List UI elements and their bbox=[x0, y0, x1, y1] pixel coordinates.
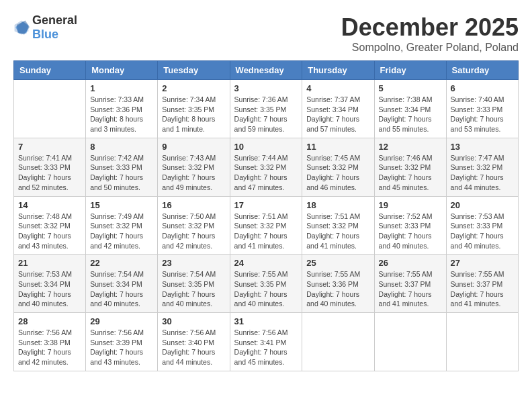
cell-info: Sunrise: 7:46 AMSunset: 3:32 PMDaylight:… bbox=[379, 153, 442, 193]
calendar-subtitle: Sompolno, Greater Poland, Poland bbox=[341, 42, 519, 54]
cell-date-number: 13 bbox=[451, 142, 514, 152]
calendar-cell bbox=[374, 313, 446, 371]
logo-icon bbox=[13, 19, 30, 36]
cell-info: Sunrise: 7:49 AMSunset: 3:32 PMDaylight:… bbox=[90, 212, 153, 251]
cell-info: Sunrise: 7:56 AMSunset: 3:38 PMDaylight:… bbox=[18, 328, 81, 367]
cell-info: Sunrise: 7:42 AMSunset: 3:33 PMDaylight:… bbox=[90, 153, 153, 193]
header-day: Thursday bbox=[302, 61, 374, 80]
cell-info: Sunrise: 7:40 AMSunset: 3:33 PMDaylight:… bbox=[451, 95, 514, 134]
header-day: Tuesday bbox=[158, 61, 230, 80]
calendar-cell: 22Sunrise: 7:54 AMSunset: 3:34 PMDayligh… bbox=[86, 255, 158, 313]
cell-date-number: 19 bbox=[379, 200, 442, 210]
cell-date-number: 10 bbox=[234, 142, 298, 152]
calendar-cell bbox=[302, 313, 374, 371]
calendar-cell: 28Sunrise: 7:56 AMSunset: 3:38 PMDayligh… bbox=[14, 313, 86, 371]
calendar-cell: 25Sunrise: 7:55 AMSunset: 3:36 PMDayligh… bbox=[302, 255, 374, 313]
cell-info: Sunrise: 7:50 AMSunset: 3:32 PMDaylight:… bbox=[162, 212, 225, 251]
header-day: Sunday bbox=[14, 61, 86, 80]
week-row: 14Sunrise: 7:48 AMSunset: 3:32 PMDayligh… bbox=[14, 196, 519, 255]
cell-date-number: 11 bbox=[306, 142, 369, 152]
logo-blue: Blue bbox=[32, 28, 58, 41]
cell-date-number: 4 bbox=[306, 83, 369, 93]
calendar-cell: 1Sunrise: 7:33 AMSunset: 3:36 PMDaylight… bbox=[86, 80, 158, 138]
header-day: Friday bbox=[374, 61, 446, 80]
cell-info: Sunrise: 7:37 AMSunset: 3:34 PMDaylight:… bbox=[306, 95, 369, 134]
cell-date-number: 2 bbox=[162, 83, 225, 93]
cell-date-number: 21 bbox=[18, 258, 81, 268]
calendar-cell: 23Sunrise: 7:54 AMSunset: 3:35 PMDayligh… bbox=[158, 255, 230, 313]
cell-date-number: 5 bbox=[379, 83, 442, 93]
cell-date-number: 20 bbox=[451, 200, 514, 210]
cell-date-number: 26 bbox=[379, 258, 442, 268]
calendar-cell: 10Sunrise: 7:44 AMSunset: 3:32 PMDayligh… bbox=[230, 138, 302, 196]
cell-info: Sunrise: 7:55 AMSunset: 3:37 PMDaylight:… bbox=[451, 269, 514, 309]
cell-info: Sunrise: 7:54 AMSunset: 3:35 PMDaylight:… bbox=[162, 269, 225, 309]
calendar-cell: 3Sunrise: 7:36 AMSunset: 3:35 PMDaylight… bbox=[230, 80, 302, 138]
header: General Blue December 2025 Sompolno, Gre… bbox=[13, 13, 519, 54]
cell-date-number: 24 bbox=[234, 258, 298, 268]
cell-info: Sunrise: 7:52 AMSunset: 3:33 PMDaylight:… bbox=[379, 212, 442, 251]
calendar-cell: 19Sunrise: 7:52 AMSunset: 3:33 PMDayligh… bbox=[374, 196, 446, 255]
cell-info: Sunrise: 7:51 AMSunset: 3:32 PMDaylight:… bbox=[234, 212, 298, 251]
cell-date-number: 29 bbox=[90, 316, 153, 326]
calendar-cell: 27Sunrise: 7:55 AMSunset: 3:37 PMDayligh… bbox=[446, 255, 518, 313]
calendar-cell bbox=[14, 80, 86, 138]
calendar-cell: 31Sunrise: 7:56 AMSunset: 3:41 PMDayligh… bbox=[230, 313, 302, 371]
calendar-cell: 29Sunrise: 7:56 AMSunset: 3:39 PMDayligh… bbox=[86, 313, 158, 371]
cell-info: Sunrise: 7:47 AMSunset: 3:32 PMDaylight:… bbox=[451, 153, 514, 193]
cell-date-number: 9 bbox=[162, 142, 225, 152]
cell-info: Sunrise: 7:45 AMSunset: 3:32 PMDaylight:… bbox=[306, 153, 369, 193]
cell-date-number: 23 bbox=[162, 258, 225, 268]
calendar-cell: 4Sunrise: 7:37 AMSunset: 3:34 PMDaylight… bbox=[302, 80, 374, 138]
calendar-cell: 20Sunrise: 7:53 AMSunset: 3:33 PMDayligh… bbox=[446, 196, 518, 255]
calendar-cell: 17Sunrise: 7:51 AMSunset: 3:32 PMDayligh… bbox=[230, 196, 302, 255]
calendar-cell: 21Sunrise: 7:53 AMSunset: 3:34 PMDayligh… bbox=[14, 255, 86, 313]
cell-date-number: 3 bbox=[234, 83, 298, 93]
header-day: Saturday bbox=[446, 61, 518, 80]
week-row: 21Sunrise: 7:53 AMSunset: 3:34 PMDayligh… bbox=[14, 255, 519, 313]
calendar-cell: 9Sunrise: 7:43 AMSunset: 3:32 PMDaylight… bbox=[158, 138, 230, 196]
week-row: 28Sunrise: 7:56 AMSunset: 3:38 PMDayligh… bbox=[14, 313, 519, 371]
header-row: SundayMondayTuesdayWednesdayThursdayFrid… bbox=[14, 61, 519, 80]
cell-info: Sunrise: 7:43 AMSunset: 3:32 PMDaylight:… bbox=[162, 153, 225, 193]
cell-info: Sunrise: 7:55 AMSunset: 3:36 PMDaylight:… bbox=[306, 269, 369, 309]
calendar-cell: 26Sunrise: 7:55 AMSunset: 3:37 PMDayligh… bbox=[374, 255, 446, 313]
cell-info: Sunrise: 7:48 AMSunset: 3:32 PMDaylight:… bbox=[18, 212, 81, 251]
cell-info: Sunrise: 7:51 AMSunset: 3:32 PMDaylight:… bbox=[306, 212, 369, 251]
cell-date-number: 16 bbox=[162, 200, 225, 210]
cell-info: Sunrise: 7:53 AMSunset: 3:34 PMDaylight:… bbox=[18, 269, 81, 309]
cell-info: Sunrise: 7:34 AMSunset: 3:35 PMDaylight:… bbox=[162, 95, 225, 134]
cell-date-number: 12 bbox=[379, 142, 442, 152]
week-row: 1Sunrise: 7:33 AMSunset: 3:36 PMDaylight… bbox=[14, 80, 519, 138]
cell-date-number: 14 bbox=[18, 200, 81, 210]
cell-info: Sunrise: 7:38 AMSunset: 3:34 PMDaylight:… bbox=[379, 95, 442, 134]
cell-info: Sunrise: 7:56 AMSunset: 3:41 PMDaylight:… bbox=[234, 328, 298, 367]
cell-info: Sunrise: 7:54 AMSunset: 3:34 PMDaylight:… bbox=[90, 269, 153, 309]
cell-date-number: 8 bbox=[90, 142, 153, 152]
cell-date-number: 31 bbox=[234, 316, 298, 326]
header-day: Wednesday bbox=[230, 61, 302, 80]
calendar-cell bbox=[446, 313, 518, 371]
calendar-cell: 11Sunrise: 7:45 AMSunset: 3:32 PMDayligh… bbox=[302, 138, 374, 196]
week-row: 7Sunrise: 7:41 AMSunset: 3:33 PMDaylight… bbox=[14, 138, 519, 196]
title-area: December 2025 Sompolno, Greater Poland, … bbox=[341, 13, 519, 54]
cell-date-number: 7 bbox=[18, 142, 81, 152]
cell-info: Sunrise: 7:41 AMSunset: 3:33 PMDaylight:… bbox=[18, 153, 81, 193]
logo-general: General bbox=[32, 13, 77, 27]
calendar-cell: 5Sunrise: 7:38 AMSunset: 3:34 PMDaylight… bbox=[374, 80, 446, 138]
cell-date-number: 18 bbox=[306, 200, 369, 210]
calendar-cell: 16Sunrise: 7:50 AMSunset: 3:32 PMDayligh… bbox=[158, 196, 230, 255]
calendar-cell: 30Sunrise: 7:56 AMSunset: 3:40 PMDayligh… bbox=[158, 313, 230, 371]
cell-info: Sunrise: 7:56 AMSunset: 3:39 PMDaylight:… bbox=[90, 328, 153, 367]
calendar-table: SundayMondayTuesdayWednesdayThursdayFrid… bbox=[13, 60, 519, 371]
cell-info: Sunrise: 7:55 AMSunset: 3:37 PMDaylight:… bbox=[379, 269, 442, 309]
calendar-cell: 13Sunrise: 7:47 AMSunset: 3:32 PMDayligh… bbox=[446, 138, 518, 196]
cell-date-number: 1 bbox=[90, 83, 153, 93]
cell-date-number: 6 bbox=[451, 83, 514, 93]
calendar-cell: 2Sunrise: 7:34 AMSunset: 3:35 PMDaylight… bbox=[158, 80, 230, 138]
cell-date-number: 27 bbox=[451, 258, 514, 268]
calendar-cell: 6Sunrise: 7:40 AMSunset: 3:33 PMDaylight… bbox=[446, 80, 518, 138]
cell-date-number: 22 bbox=[90, 258, 153, 268]
header-day: Monday bbox=[86, 61, 158, 80]
logo: General Blue bbox=[13, 13, 77, 42]
